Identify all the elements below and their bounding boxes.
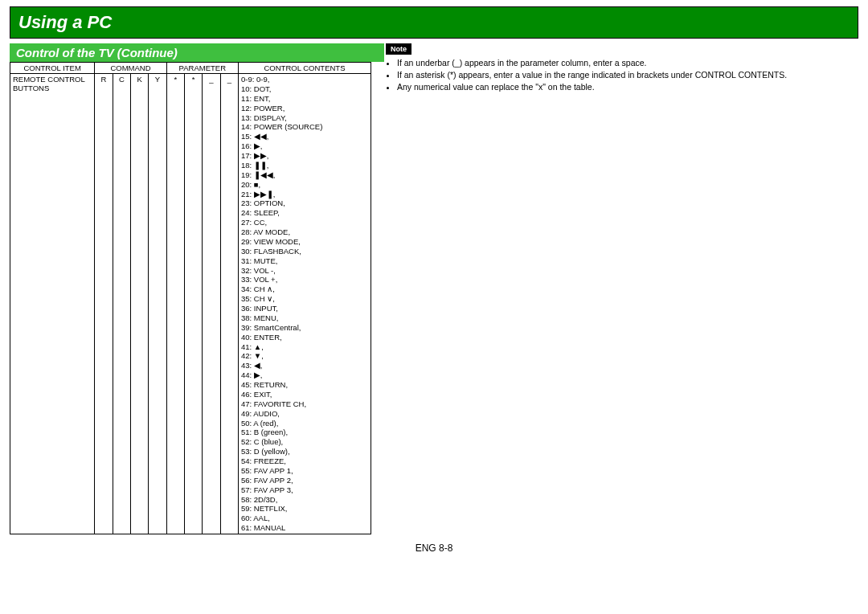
contents-line: 58: 2D/3D, (241, 495, 368, 505)
note-badge: Note (386, 43, 411, 55)
contents-line: 21: ▶▶❚, (241, 190, 368, 199)
param-cell: * (166, 74, 184, 534)
control-item-cell: REMOTE CONTROL BUTTONS (10, 74, 95, 534)
section-subtitle: Control of the TV (Continue) (10, 43, 384, 62)
contents-line: 40: ENTER, (241, 333, 368, 342)
contents-line: 15: ◀◀, (241, 132, 368, 141)
contents-line: 57: FAV APP 3, (241, 485, 368, 495)
th-control-item: CONTROL ITEM (10, 63, 95, 74)
contents-line: 43: ◀, (241, 361, 368, 370)
contents-line: 41: ▲, (241, 342, 368, 352)
param-cell: * (184, 74, 202, 534)
contents-line: 56: FAV APP 2, (241, 476, 368, 485)
contents-line: 55: FAV APP 1, (241, 466, 368, 476)
contents-line: 36: INPUT, (241, 304, 368, 313)
contents-line: 38: MENU, (241, 313, 368, 323)
contents-line: 10: DOT, (241, 84, 368, 94)
contents-line: 34: CH ∧, (241, 284, 368, 294)
contents-line: 19: ❚◀◀, (241, 170, 368, 180)
note-item: If an underbar (_) appears in the parame… (397, 58, 858, 68)
table-row: REMOTE CONTROL BUTTONS R C K Y * * _ _ 0… (10, 74, 371, 534)
contents-line: 60: AAL, (241, 514, 368, 523)
contents-line: 53: D (yellow), (241, 447, 368, 456)
contents-line: 51: B (green), (241, 428, 368, 437)
contents-line: 18: ❚❚, (241, 161, 368, 170)
cmd-cell: R (95, 74, 113, 534)
contents-line: 31: MUTE, (241, 256, 368, 266)
contents-line: 27: CC, (241, 218, 368, 227)
contents-line: 29: VIEW MODE, (241, 237, 368, 247)
contents-line: 13: DISPLAY, (241, 113, 368, 123)
contents-line: 39: SmartCentral, (241, 323, 368, 333)
cmd-cell: Y (149, 74, 166, 534)
note-item: Any numerical value can replace the "x" … (397, 82, 858, 92)
contents-line: 44: ▶, (241, 370, 368, 380)
note-list: If an underbar (_) appears in the parame… (386, 58, 858, 92)
param-cell: _ (220, 74, 238, 534)
cmd-cell: C (113, 74, 130, 534)
contents-line: 42: ▼, (241, 351, 368, 361)
contents-line: 49: AUDIO, (241, 409, 368, 419)
contents-line: 59: NETFLIX, (241, 504, 368, 514)
control-contents-cell: 0-9: 0-9,10: DOT,11: ENT,12: POWER,13: D… (238, 74, 371, 534)
contents-line: 20: ■, (241, 180, 368, 190)
contents-line: 32: VOL -, (241, 266, 368, 276)
contents-line: 61: MANUAL (241, 523, 368, 533)
contents-line: 23: OPTION, (241, 199, 368, 208)
contents-line: 47: FAVORITE CH, (241, 399, 368, 409)
param-cell: _ (203, 74, 220, 534)
contents-line: 24: SLEEP, (241, 208, 368, 218)
note-item: If an asterisk (*) appears, enter a valu… (397, 70, 858, 80)
contents-line: 52: C (blue), (241, 437, 368, 447)
contents-line: 28: AV MODE, (241, 227, 368, 237)
contents-line: 35: CH ∨, (241, 294, 368, 304)
contents-line: 50: A (red), (241, 419, 368, 428)
cmd-cell: K (130, 74, 148, 534)
contents-line: 30: FLASHBACK, (241, 247, 368, 256)
contents-line: 11: ENT, (241, 94, 368, 104)
contents-line: 46: EXIT, (241, 390, 368, 399)
th-contents: CONTROL CONTENTS (238, 63, 371, 74)
contents-line: 0-9: 0-9, (241, 75, 368, 84)
page-title: Using a PC (10, 6, 858, 39)
th-command: COMMAND (95, 63, 166, 74)
contents-line: 45: RETURN, (241, 380, 368, 390)
th-parameter: PARAMETER (166, 63, 238, 74)
contents-line: 14: POWER (SOURCE) (241, 122, 368, 132)
contents-line: 54: FREEZE, (241, 456, 368, 466)
page-footer: ENG 8-8 (10, 542, 858, 554)
control-table: CONTROL ITEM COMMAND PARAMETER CONTROL C… (10, 62, 371, 534)
contents-line: 16: ▶, (241, 141, 368, 151)
contents-line: 17: ▶▶, (241, 151, 368, 161)
contents-line: 12: POWER, (241, 104, 368, 113)
contents-line: 33: VOL +, (241, 275, 368, 284)
